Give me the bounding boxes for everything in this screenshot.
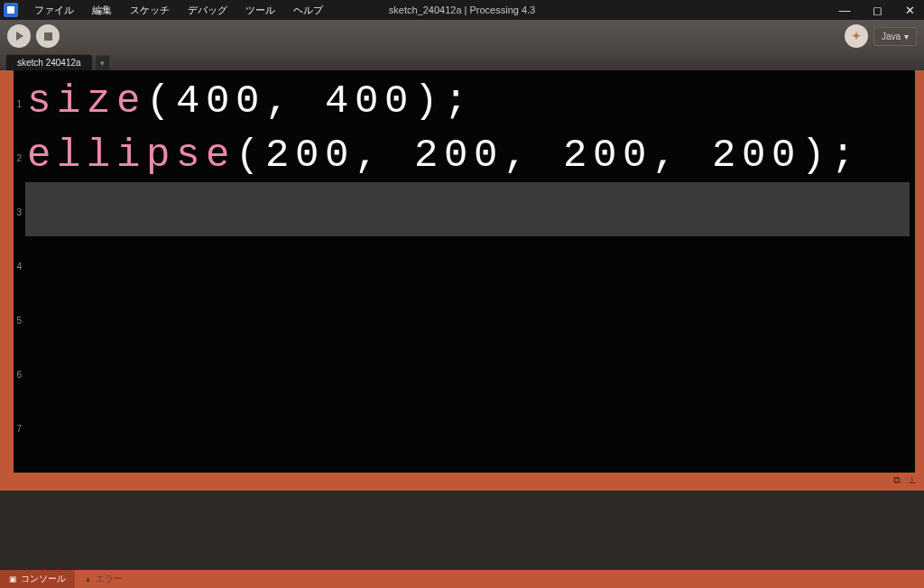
code-line	[27, 236, 910, 290]
code-line: size(400, 400);	[27, 74, 910, 128]
divider[interactable]: ⧉ ⊥	[0, 473, 924, 491]
code-line-active	[25, 182, 910, 236]
maximize-button[interactable]: ◻	[870, 4, 884, 17]
stop-icon	[44, 32, 52, 41]
code-text: (200, 200, 200, 200);	[236, 135, 861, 175]
line-number: 6	[2, 347, 27, 401]
app-icon	[4, 3, 18, 17]
code-text: (400, 400);	[146, 81, 474, 121]
butterfly-icon: ✦	[852, 30, 861, 42]
play-icon	[16, 32, 23, 41]
console-icon: ▣	[9, 574, 17, 583]
chevron-down-icon: ▾	[904, 32, 909, 41]
tab-dropdown[interactable]: ▾	[95, 55, 110, 70]
warning-icon: ▲	[84, 574, 92, 583]
code-line	[27, 345, 910, 399]
run-button[interactable]	[7, 24, 31, 48]
editor-area[interactable]: 1 2 3 4 5 6 7 size(400, 400); ellipse(20…	[0, 70, 924, 473]
tab-sketch[interactable]: sketch 240412a	[5, 54, 93, 70]
minimize-button[interactable]: —	[837, 4, 852, 17]
mode-label: Java	[882, 32, 901, 41]
tab-console[interactable]: ▣ コンソール	[0, 570, 75, 588]
menu-debug[interactable]: デバッグ	[179, 4, 236, 17]
menu-tools[interactable]: ツール	[236, 4, 284, 17]
tab-errors[interactable]: ▲ エラー	[75, 570, 132, 588]
code-line: ellipse(200, 200, 200, 200);	[27, 128, 910, 182]
toolbar: ✦ Java ▾	[0, 20, 924, 52]
code-content[interactable]: size(400, 400); ellipse(200, 200, 200, 2…	[27, 70, 924, 473]
keyword: ellipse	[27, 135, 236, 175]
line-number: 3	[2, 185, 27, 239]
menu-edit[interactable]: 編集	[83, 4, 121, 17]
close-button[interactable]: ✕	[902, 4, 917, 17]
code-line	[27, 399, 910, 453]
debug-button[interactable]: ✦	[845, 24, 868, 48]
line-number: 5	[2, 293, 27, 347]
menu-help[interactable]: ヘルプ	[284, 4, 332, 17]
tab-console-label: コンソール	[21, 573, 66, 585]
line-number: 2	[2, 131, 27, 185]
code-line	[27, 290, 910, 345]
tabs-bar: sketch 240412a ▾	[0, 52, 924, 70]
tab-errors-label: エラー	[96, 573, 123, 585]
line-number: 1	[2, 77, 27, 131]
line-number: 4	[2, 239, 27, 293]
window-title: sketch_240412a | Processing 4.3	[389, 5, 535, 15]
bottom-tabs: ▣ コンソール ▲ エラー	[0, 570, 924, 588]
menu-sketch[interactable]: スケッチ	[121, 4, 179, 17]
keyword: size	[27, 81, 146, 121]
console-area	[0, 491, 924, 570]
copy-icon[interactable]: ⧉	[893, 474, 901, 486]
mode-selector[interactable]: Java ▾	[873, 27, 917, 46]
line-number: 7	[2, 401, 27, 455]
menu-file[interactable]: ファイル	[25, 4, 83, 17]
collapse-icon[interactable]: ⊥	[908, 474, 917, 486]
stop-button[interactable]	[36, 24, 60, 48]
menubar: ファイル 編集 スケッチ デバッグ ツール ヘルプ sketch_240412a…	[0, 0, 924, 20]
gutter: 1 2 3 4 5 6 7	[2, 70, 27, 473]
